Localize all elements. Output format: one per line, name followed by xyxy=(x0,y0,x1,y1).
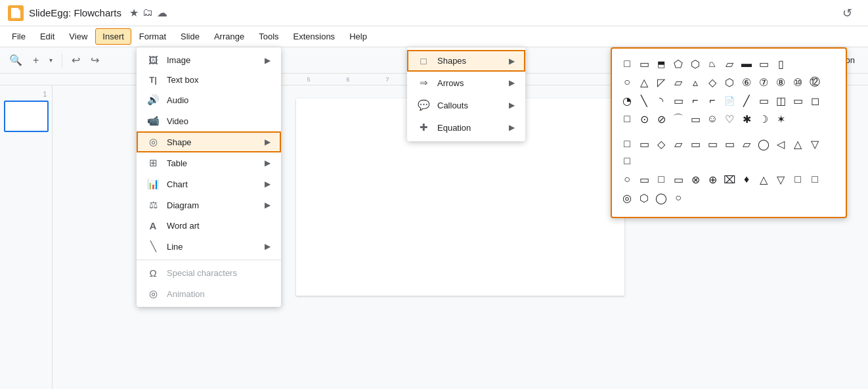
fc-comment[interactable]: ◎ xyxy=(620,191,634,205)
submenu-callouts[interactable]: 💬 Callouts ▶ xyxy=(407,94,525,116)
fc-diamond[interactable]: ◇ xyxy=(654,137,668,151)
fc-square2[interactable]: □ xyxy=(654,172,668,187)
fc-parallelogram2[interactable]: ▱ xyxy=(739,137,754,151)
shape-snip-rect[interactable]: ⬒ xyxy=(654,57,668,71)
menu-help[interactable]: Help xyxy=(343,29,374,44)
insert-line[interactable]: ╲ Line ▶ xyxy=(137,236,281,257)
add-button[interactable]: + xyxy=(29,52,43,69)
shape-line-diag[interactable]: ╲ xyxy=(637,93,651,108)
shape-rounded-rect[interactable]: ▭ xyxy=(637,57,651,71)
submenu-shapes[interactable]: □ Shapes ▶ xyxy=(407,50,525,72)
shape-bracket[interactable]: ⌐ xyxy=(688,93,703,108)
fc-rect3[interactable]: ▭ xyxy=(688,137,703,151)
fc-xmark[interactable]: ⊗ xyxy=(688,172,703,187)
fc-tri2[interactable]: △ xyxy=(756,172,771,187)
fc-rect9[interactable]: □ xyxy=(791,172,805,187)
shape-triangle[interactable]: △ xyxy=(637,75,651,89)
shape-doc2[interactable]: ╱ xyxy=(739,93,754,108)
fc-oval2[interactable]: ◯ xyxy=(654,191,668,205)
insert-textbox[interactable]: T| Text box xyxy=(137,70,281,89)
menu-arrange[interactable]: Arrange xyxy=(207,29,251,44)
menu-format[interactable]: Format xyxy=(133,29,173,44)
shape-parallelogram2[interactable]: ▱ xyxy=(671,75,685,89)
shape-heart[interactable]: ♡ xyxy=(722,112,737,126)
menu-tools[interactable]: Tools xyxy=(252,29,285,44)
dropdown-arrow[interactable]: ▾ xyxy=(45,54,56,66)
shape-right-triangle[interactable]: ◸ xyxy=(654,75,668,89)
menu-view[interactable]: View xyxy=(62,29,94,44)
fc-rect5[interactable]: ▭ xyxy=(722,137,737,151)
fc-triangle[interactable]: △ xyxy=(791,137,805,151)
shape-pie[interactable]: ◔ xyxy=(620,93,634,108)
fc-chevron[interactable]: ◁ xyxy=(773,137,788,151)
shape-rect8[interactable]: ◻ xyxy=(808,93,822,108)
shape-num10[interactable]: ⑩ xyxy=(791,75,805,89)
star-icon[interactable]: ★ xyxy=(129,7,139,19)
fc-rect7[interactable]: ▭ xyxy=(637,172,651,187)
insert-table[interactable]: ⊞ Table ▶ xyxy=(137,152,281,173)
shape-smiley[interactable]: ☺ xyxy=(705,112,720,126)
insert-shape[interactable]: ◎ Shape ▶ xyxy=(137,131,281,152)
fc-circle2[interactable]: ○ xyxy=(671,191,685,205)
shape-circle[interactable]: ○ xyxy=(620,75,634,89)
fc-hex[interactable]: ⬡ xyxy=(637,191,651,205)
folder-icon[interactable]: 🗂 xyxy=(142,7,153,19)
undo-button[interactable]: ↩ xyxy=(68,51,84,69)
cloud-icon[interactable]: ☁ xyxy=(157,7,167,19)
menu-file[interactable]: File xyxy=(5,29,32,44)
redo-button[interactable]: ↪ xyxy=(87,51,103,69)
shape-moon[interactable]: ☽ xyxy=(756,112,771,126)
shape-star4[interactable]: ✱ xyxy=(739,112,754,126)
insert-wordart[interactable]: A Word art xyxy=(137,216,281,236)
menu-edit[interactable]: Edit xyxy=(33,29,61,44)
shape-no[interactable]: ⊘ xyxy=(654,112,668,126)
fc-circle[interactable]: ◯ xyxy=(756,137,771,151)
fc-rect8[interactable]: ▭ xyxy=(671,172,685,187)
shape-rect2[interactable]: ▬ xyxy=(739,57,754,71)
shape-rect3[interactable]: ▭ xyxy=(756,57,771,71)
shape-fold[interactable]: ▭ xyxy=(688,112,703,126)
menu-extensions[interactable]: Extensions xyxy=(287,29,342,44)
fc-rect2[interactable]: ▭ xyxy=(637,137,651,151)
shape-frame[interactable]: ◫ xyxy=(773,93,788,108)
shape-rect5[interactable]: ▭ xyxy=(671,93,685,108)
shape-square[interactable]: □ xyxy=(620,112,634,126)
fc-invtri2[interactable]: ▽ xyxy=(773,172,788,187)
shape-brace[interactable]: ⌐ xyxy=(705,93,720,108)
shape-rect6[interactable]: ▭ xyxy=(756,93,771,108)
shape-hexagon2[interactable]: ⬡ xyxy=(722,75,737,89)
shape-curve[interactable]: ⌒ xyxy=(671,112,685,126)
insert-video[interactable]: 📹 Video xyxy=(137,110,281,131)
fc-parallelogram[interactable]: ▱ xyxy=(671,137,685,151)
shape-rect4[interactable]: ▯ xyxy=(773,57,788,71)
shape-num6[interactable]: ⑥ xyxy=(739,75,754,89)
menu-insert[interactable]: Insert xyxy=(95,28,131,45)
submenu-equation[interactable]: ✚ Equation ▶ xyxy=(407,116,525,139)
slide-thumbnail[interactable] xyxy=(4,101,49,132)
submenu-arrows[interactable]: ⇒ Arrows ▶ xyxy=(407,72,525,94)
fc-oval[interactable]: ○ xyxy=(620,172,634,187)
shape-parallelogram[interactable]: ▱ xyxy=(722,57,737,71)
fc-rect6[interactable]: □ xyxy=(620,154,634,168)
shape-diamond[interactable]: ◇ xyxy=(705,75,720,89)
shape-num8[interactable]: ⑧ xyxy=(773,75,788,89)
insert-audio[interactable]: 🔊 Audio xyxy=(137,89,281,110)
shape-triangle2[interactable]: ▵ xyxy=(688,75,703,89)
shape-sun[interactable]: ✶ xyxy=(773,112,788,126)
shape-bullseye[interactable]: ⊙ xyxy=(637,112,651,126)
fc-invtriangle[interactable]: ▽ xyxy=(808,137,822,151)
shape-doc[interactable]: 📄 xyxy=(722,93,737,108)
shape-arc[interactable]: ◝ xyxy=(654,93,668,108)
fc-rect4[interactable]: ▭ xyxy=(705,137,720,151)
search-button[interactable]: 🔍 xyxy=(5,51,26,69)
insert-diagram[interactable]: ⚖ Diagram ▶ xyxy=(137,194,281,216)
shape-num12[interactable]: ⑫ xyxy=(808,75,822,89)
insert-special-chars[interactable]: Ω Special characters xyxy=(137,263,281,283)
fc-diamond2[interactable]: ♦ xyxy=(739,172,754,187)
insert-chart[interactable]: 📊 Chart ▶ xyxy=(137,173,281,194)
shape-rect7[interactable]: ▭ xyxy=(791,93,805,108)
shape-trapezoid[interactable]: ⏢ xyxy=(705,57,720,71)
fc-rect[interactable]: □ xyxy=(620,137,634,151)
history-icon[interactable]: ↺ xyxy=(842,6,852,20)
shape-rectangle[interactable]: □ xyxy=(620,57,634,71)
